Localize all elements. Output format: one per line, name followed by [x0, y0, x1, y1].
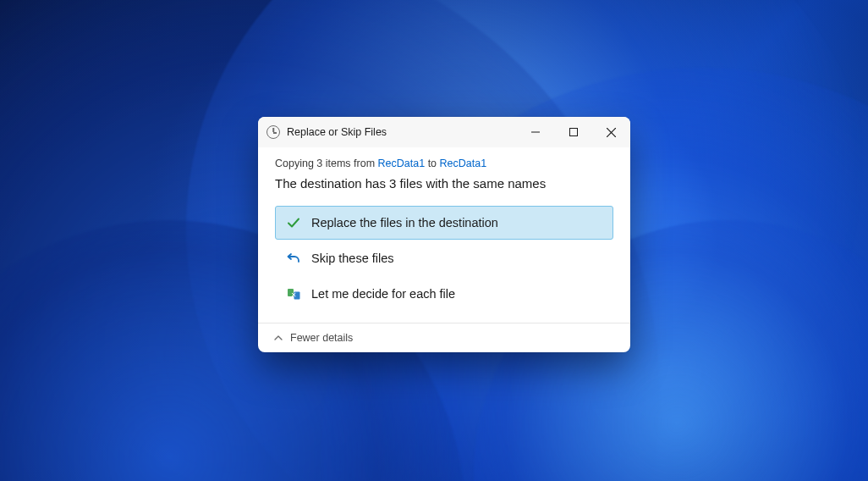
copying-mid: to	[425, 158, 439, 169]
skip-option[interactable]: Skip these files	[275, 241, 613, 275]
close-button[interactable]	[592, 117, 630, 147]
source-link[interactable]: RecData1	[378, 158, 426, 169]
conflict-headline: The destination has 3 files with the sam…	[275, 176, 613, 191]
copying-prefix: Copying 3 items from	[275, 158, 378, 169]
replace-or-skip-dialog: Replace or Skip Files Copying 3 items fr…	[258, 117, 630, 352]
dialog-footer[interactable]: Fewer details	[258, 323, 630, 352]
fewer-details-label: Fewer details	[290, 332, 353, 344]
decide-label: Let me decide for each file	[311, 287, 455, 301]
clock-icon	[266, 125, 280, 139]
replace-option[interactable]: Replace the files in the destination	[275, 206, 613, 240]
decide-option[interactable]: Let me decide for each file	[275, 277, 613, 311]
window-controls	[516, 117, 630, 147]
replace-label: Replace the files in the destination	[311, 216, 498, 229]
chevron-up-icon	[273, 333, 283, 343]
destination-link[interactable]: RecData1	[440, 158, 487, 169]
skip-label: Skip these files	[311, 252, 394, 265]
maximize-button[interactable]	[554, 117, 592, 147]
dialog-body: Copying 3 items from RecData1 to RecData…	[258, 147, 630, 323]
compare-files-icon	[286, 286, 301, 301]
minimize-button[interactable]	[516, 117, 554, 147]
undo-icon	[286, 251, 301, 266]
svg-rect-1	[569, 129, 577, 136]
options-list: Replace the files in the destination Ski…	[275, 206, 613, 311]
titlebar: Replace or Skip Files	[258, 117, 630, 147]
dialog-title: Replace or Skip Files	[287, 126, 516, 138]
checkmark-icon	[286, 215, 301, 230]
copying-status: Copying 3 items from RecData1 to RecData…	[275, 158, 613, 169]
